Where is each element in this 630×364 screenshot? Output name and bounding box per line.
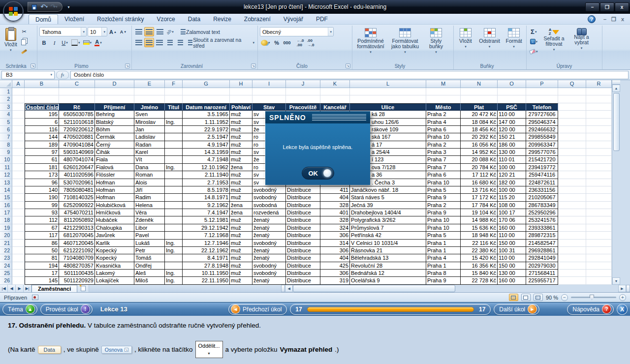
cell-F12[interactable] bbox=[165, 171, 183, 179]
column-header-D[interactable]: D bbox=[95, 80, 134, 88]
zoom-in-button[interactable]: + bbox=[619, 294, 626, 301]
cell-H8[interactable]: muž bbox=[230, 141, 252, 149]
cell-D15[interactable]: Hofman bbox=[95, 194, 134, 201]
cell-C25[interactable]: 5011100435 bbox=[59, 270, 95, 277]
cell-A23[interactable] bbox=[12, 254, 25, 262]
cell-J18[interactable]: Distribuce bbox=[286, 216, 320, 224]
cell-H26[interactable]: muž bbox=[230, 277, 252, 284]
cell-N14[interactable]: 13 716 Kč bbox=[461, 186, 498, 194]
row-header-21[interactable]: 21 bbox=[0, 240, 12, 247]
cell-C24[interactable]: 4808270357 bbox=[59, 262, 95, 270]
row-header-3[interactable]: 3 bbox=[0, 103, 12, 111]
cell-C14[interactable]: 7805080481 bbox=[59, 186, 95, 194]
decrease-decimal-button[interactable]: .00→.0 bbox=[306, 38, 315, 47]
vertical-scrollbar[interactable]: ▲ ▼ bbox=[612, 80, 620, 285]
row-header-17[interactable]: 17 bbox=[0, 209, 12, 216]
cell-G16[interactable]: 9.2.1962 bbox=[183, 202, 230, 209]
cell-N12[interactable]: 17 112 Kč bbox=[461, 171, 498, 179]
cell-P20[interactable]: 289872315 bbox=[526, 232, 558, 239]
cell-H25[interactable]: muž bbox=[230, 270, 252, 277]
column-header-M[interactable]: M bbox=[426, 80, 461, 88]
cell-R5[interactable] bbox=[586, 119, 612, 126]
cell-B20[interactable]: 117 bbox=[25, 232, 59, 239]
cell-I25[interactable]: svobodný bbox=[252, 270, 286, 277]
cell-H21[interactable]: muž bbox=[230, 240, 252, 247]
cell-E13[interactable]: Alois bbox=[134, 179, 165, 186]
cell-R26[interactable] bbox=[586, 277, 612, 284]
cell-D1[interactable] bbox=[95, 88, 134, 95]
cell-Q24[interactable] bbox=[558, 262, 586, 270]
cell-G7[interactable]: 2.5.1947 bbox=[183, 133, 230, 141]
minimize-button[interactable]: – bbox=[585, 2, 599, 12]
cell-G6[interactable]: 22.9.1972 bbox=[183, 126, 230, 133]
cell-F10[interactable] bbox=[165, 156, 183, 163]
cell-R12[interactable] bbox=[586, 171, 612, 179]
cell-B1[interactable] bbox=[25, 88, 59, 95]
column-header-G[interactable]: G bbox=[183, 80, 230, 88]
cell-M13[interactable]: Praha 10 bbox=[426, 179, 461, 186]
cell-E18[interactable]: Zdeněk bbox=[134, 216, 165, 224]
cell-D16[interactable]: Holubičková bbox=[95, 202, 134, 209]
cell-R16[interactable] bbox=[586, 202, 612, 209]
cell-C11[interactable]: 6260120647 bbox=[59, 164, 95, 171]
cell-N9[interactable]: 14 952 Kč bbox=[461, 149, 498, 156]
cell-E7[interactable]: Ladislav bbox=[134, 133, 165, 141]
cell-F21[interactable]: Ing. bbox=[165, 240, 183, 247]
insert-worksheet-button[interactable] bbox=[77, 285, 89, 292]
cell-D10[interactable]: Fiala bbox=[95, 156, 134, 163]
cell-M2[interactable] bbox=[426, 95, 461, 103]
cell-C26[interactable]: 5011220929 bbox=[59, 277, 95, 284]
cell-H5[interactable]: muž bbox=[230, 119, 252, 126]
cell-E15[interactable]: Radim bbox=[134, 194, 165, 201]
cell-M9[interactable]: Praha 3 bbox=[426, 149, 461, 156]
copy-button[interactable] bbox=[20, 37, 29, 46]
cell-C3[interactable]: Rč bbox=[59, 103, 95, 111]
column-header-P[interactable]: P bbox=[526, 80, 558, 88]
cell-A15[interactable] bbox=[12, 194, 25, 201]
undo-button[interactable]: ↶▾ bbox=[40, 3, 48, 11]
cell-N17[interactable]: 19 104 Kč bbox=[461, 209, 498, 216]
cell-B23[interactable]: 81 bbox=[25, 254, 59, 262]
cell-Q3[interactable] bbox=[558, 103, 586, 111]
cell-G1[interactable] bbox=[183, 88, 230, 95]
cell-B21[interactable]: 86 bbox=[25, 240, 59, 247]
cell-R6[interactable] bbox=[586, 126, 612, 133]
cell-E23[interactable]: Tomáš bbox=[134, 254, 165, 262]
cell-G2[interactable] bbox=[183, 95, 230, 103]
cell-L22[interactable]: Řásnovka 21 bbox=[350, 247, 426, 254]
cell-H1[interactable] bbox=[230, 88, 252, 95]
cell-M16[interactable]: Praha 2 bbox=[426, 202, 461, 209]
cell-M20[interactable]: Praha 5 bbox=[426, 232, 461, 239]
cell-M24[interactable]: Praha 1 bbox=[426, 262, 461, 270]
cell-N16[interactable]: 17 784 Kč bbox=[461, 202, 498, 209]
cell-N7[interactable]: 20 292 Kč bbox=[461, 133, 498, 141]
cell-R2[interactable] bbox=[586, 95, 612, 103]
cell-K14[interactable]: 411 bbox=[320, 186, 350, 194]
cell-D21[interactable]: Karlík bbox=[95, 240, 134, 247]
cell-P5[interactable]: 295046374 bbox=[526, 119, 558, 126]
cell-P1[interactable] bbox=[526, 88, 558, 95]
cell-F23[interactable] bbox=[165, 254, 183, 262]
cell-G9[interactable]: 14.3.1959 bbox=[183, 149, 230, 156]
zoom-out-button[interactable]: − bbox=[561, 294, 568, 301]
cell-F9[interactable] bbox=[165, 149, 183, 156]
cell-N24[interactable]: 16 356 Kč bbox=[461, 262, 498, 270]
cell-J21[interactable]: Distribuce bbox=[286, 240, 320, 247]
cell-L2[interactable] bbox=[350, 95, 426, 103]
cell-H17[interactable]: žena bbox=[230, 209, 252, 216]
cell-B25[interactable]: 17 bbox=[25, 270, 59, 277]
ribbon-tab-zobrazení[interactable]: Zobrazení bbox=[238, 14, 277, 24]
cell-D12[interactable]: Flössler bbox=[95, 171, 134, 179]
last-sheet-button[interactable]: ▶| bbox=[24, 285, 32, 292]
cell-R22[interactable] bbox=[586, 247, 612, 254]
cell-O5[interactable]: 147 00 bbox=[498, 119, 526, 126]
cell-P4[interactable]: 279727606 bbox=[526, 111, 558, 118]
redo-button[interactable]: ↷▾ bbox=[50, 3, 58, 11]
cell-E3[interactable]: Jméno bbox=[134, 103, 165, 111]
cell-G21[interactable]: 12.7.1946 bbox=[183, 240, 230, 247]
cell-D24[interactable]: Kvasnička bbox=[95, 262, 134, 270]
cell-D13[interactable]: Hofman bbox=[95, 179, 134, 186]
cell-O1[interactable] bbox=[498, 88, 526, 95]
cell-K25[interactable]: 306 bbox=[320, 270, 350, 277]
cell-Q15[interactable] bbox=[558, 194, 586, 201]
